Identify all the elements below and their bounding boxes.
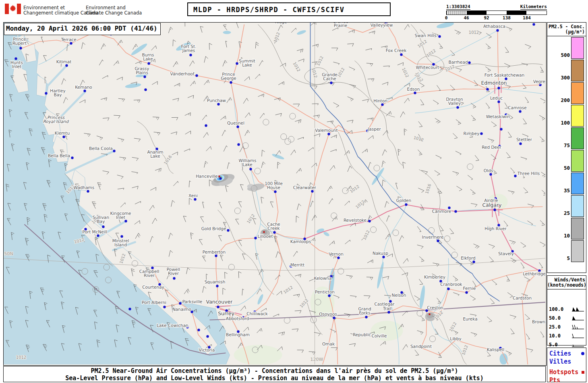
wind-barb: [488, 139, 494, 143]
wind-barb: [331, 348, 337, 350]
city-dot: [227, 229, 229, 231]
city-label: Sandpoint: [410, 344, 432, 349]
calm-wind-circle: [255, 168, 261, 174]
wind-barb: [468, 175, 473, 179]
wind-barb: [521, 157, 527, 160]
wind-barb: [209, 43, 212, 50]
city-label: Nakusp: [373, 251, 388, 256]
city-dot: [400, 53, 402, 56]
pm25-level-label: 25: [564, 210, 570, 216]
city-label: Quesnel: [227, 121, 244, 125]
city-label: Republic: [353, 332, 371, 337]
calm-wind-circle: [374, 165, 380, 171]
wind-barb: [190, 81, 196, 86]
city-label: Swan Hills: [415, 33, 437, 38]
wind-barb: [296, 168, 302, 173]
wind-barb: [118, 40, 122, 45]
wind-barb: [223, 60, 227, 67]
city-dot: [128, 308, 131, 310]
city-label: Bellingham: [226, 332, 250, 337]
wind-barb: [79, 100, 85, 103]
wind-barb: [240, 306, 246, 311]
city-label: 100 MileHouse: [265, 181, 283, 190]
city-label: Edmonton: [481, 80, 507, 86]
wind-barb: [277, 347, 282, 351]
city-dot: [493, 208, 496, 211]
city-label: GrandForks: [358, 306, 371, 316]
city-label: Kelowna: [314, 276, 332, 281]
wind-barb: [184, 289, 189, 294]
isobar-label: 1012: [448, 321, 457, 333]
calm-wind-circle: [281, 134, 287, 140]
city-label: Kimberley: [424, 275, 445, 279]
wind-barb: [350, 296, 356, 298]
wind-barb: [398, 62, 404, 66]
city-dot: [230, 81, 232, 83]
wind-barb: [204, 56, 208, 63]
wind-barb: [404, 129, 407, 135]
isobar-contour: [242, 170, 323, 335]
city-label: Libby: [450, 336, 461, 341]
city-dot: [71, 156, 73, 159]
wind-barb: [312, 215, 317, 221]
wind-barb: [245, 130, 250, 136]
wind-barb: [189, 181, 190, 187]
wind-barb: [154, 132, 160, 135]
pm25-legend: PM2.5 - Conc.(µg/m³) 5003002001007550352…: [547, 22, 586, 273]
wind-barb: [368, 162, 371, 169]
wind-barb: [236, 219, 239, 225]
wind-barb: [244, 77, 250, 81]
isobar-label: 1012: [349, 184, 360, 194]
wind-speed-label: 50.0: [549, 315, 561, 321]
wind-barb: [227, 162, 230, 169]
wind-barb: [330, 150, 336, 152]
pm25-level-label: 35: [564, 187, 570, 194]
wind-barb: [329, 199, 333, 204]
wind-barb: [296, 216, 299, 223]
wind-barb: [278, 25, 283, 31]
city-dot: [468, 61, 470, 64]
isobar-label: 1012: [417, 39, 428, 49]
calm-wind-circle: [338, 268, 344, 274]
wind-barb: [309, 352, 315, 355]
wind-barb: [297, 49, 303, 53]
canada-flag-logo: [5, 4, 21, 14]
city-dot: [500, 128, 502, 130]
wind-barb: [132, 186, 138, 189]
wind-speed-label: 100.0: [549, 306, 563, 312]
wind-barb: [169, 250, 172, 257]
wind-barb: [382, 150, 387, 156]
pts-chauds-legend-row: Pts chauds: [549, 376, 584, 383]
calm-wind-circle: [342, 188, 348, 194]
city-dot: [206, 335, 209, 337]
pm25-legend-title: PM2.5 - Conc.(µg/m³): [547, 23, 586, 36]
wind-barb: [366, 277, 373, 280]
city-label: Lake Cowichan: [157, 323, 188, 328]
city-dot: [438, 35, 441, 37]
city-label: Calgary: [482, 202, 502, 208]
wind-barb: [349, 67, 355, 71]
city-label: Kalispell: [487, 347, 504, 352]
wind-barb: [220, 116, 226, 120]
wind-barb: [118, 98, 125, 102]
wind-barb: [403, 258, 408, 263]
city-dot: [273, 231, 275, 233]
wind-barb: [470, 296, 476, 300]
pm25-level-label: 5: [567, 255, 570, 261]
river: [456, 210, 536, 226]
city-dot: [330, 81, 332, 84]
wind-barb: [542, 190, 545, 196]
city-label: Athabasca: [483, 24, 505, 29]
wind-barb: [202, 256, 206, 262]
wind-barb: [526, 334, 530, 339]
city-dot: [405, 203, 407, 206]
city-dot: [539, 83, 541, 86]
wind-barb: [402, 273, 408, 276]
wind-barb: [185, 131, 191, 134]
wind-barb: [492, 280, 497, 285]
road-minor: [218, 233, 282, 318]
city-label: Canmore: [432, 209, 451, 214]
city-dot: [327, 133, 330, 135]
pm25-color-swatch: [571, 240, 584, 262]
city-dot: [337, 256, 340, 259]
